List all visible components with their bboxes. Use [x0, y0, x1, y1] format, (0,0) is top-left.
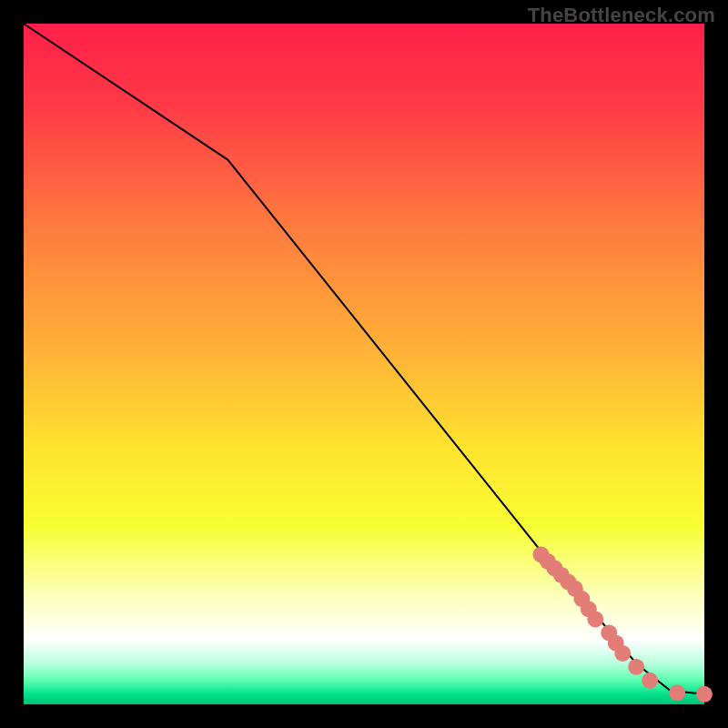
marker-point [587, 612, 603, 628]
chart-stage: TheBottleneck.com [0, 0, 728, 728]
plot-background [24, 24, 704, 704]
bottleneck-chart [0, 0, 728, 728]
marker-point [669, 684, 685, 701]
marker-point [628, 659, 644, 675]
marker-point [642, 672, 658, 689]
marker-point [696, 686, 713, 703]
marker-point [614, 645, 631, 662]
